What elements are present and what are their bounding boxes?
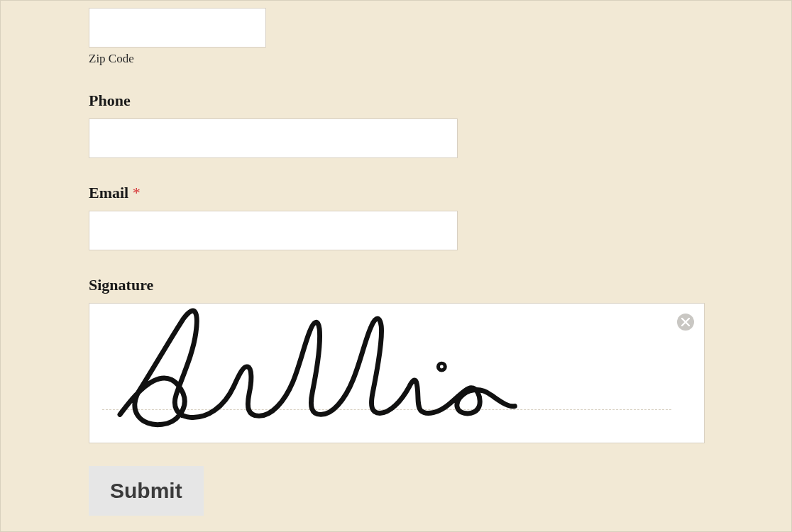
zip-sublabel: Zip Code bbox=[89, 52, 703, 66]
submit-button[interactable]: Submit bbox=[89, 466, 204, 516]
phone-input[interactable] bbox=[89, 118, 458, 158]
phone-label: Phone bbox=[89, 92, 703, 110]
signature-stroke bbox=[89, 304, 704, 443]
zip-field: Zip Code bbox=[89, 8, 703, 66]
svg-point-0 bbox=[438, 363, 445, 370]
signature-field: Signature bbox=[89, 276, 703, 443]
email-input[interactable] bbox=[89, 211, 458, 250]
email-label: Email bbox=[89, 184, 128, 201]
email-field: Email * bbox=[89, 184, 703, 250]
email-label-wrap: Email * bbox=[89, 184, 703, 202]
phone-field: Phone bbox=[89, 92, 703, 158]
required-mark: * bbox=[133, 184, 141, 201]
submit-row: Submit bbox=[89, 466, 703, 516]
zip-input[interactable] bbox=[89, 8, 266, 48]
form-container: Zip Code Phone Email * Signature bbox=[1, 1, 791, 516]
close-icon bbox=[681, 318, 690, 326]
signature-label: Signature bbox=[89, 276, 703, 294]
clear-signature-button[interactable] bbox=[677, 314, 694, 331]
signature-baseline bbox=[102, 409, 671, 410]
signature-pad[interactable] bbox=[89, 303, 705, 443]
